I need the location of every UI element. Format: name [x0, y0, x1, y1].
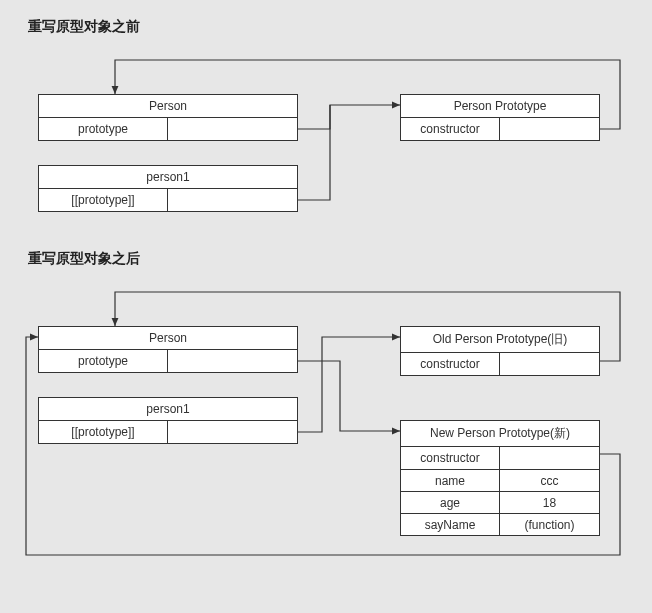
box-header: person1 — [39, 398, 297, 421]
section-after-title: 重写原型对象之后 — [28, 250, 140, 268]
box-row: sayName (function) — [401, 513, 599, 535]
box-row: age 18 — [401, 491, 599, 513]
after-person-box: Person prototype — [38, 326, 298, 373]
cell-key: name — [401, 470, 500, 491]
cell-key: prototype — [39, 118, 168, 140]
cell-key: constructor — [401, 447, 500, 469]
arrow-before-prototype — [298, 105, 400, 129]
box-row: prototype — [39, 118, 297, 140]
cell-value: 18 — [500, 492, 599, 513]
cell-value: ccc — [500, 470, 599, 491]
box-header: Old Person Prototype(旧) — [401, 327, 599, 353]
cell-key: [[prototype]] — [39, 189, 168, 211]
cell-value — [168, 350, 297, 372]
after-person1-box: person1 [[prototype]] — [38, 397, 298, 444]
arrow-after-prototype-new — [298, 361, 400, 431]
box-row: name ccc — [401, 469, 599, 491]
cell-value — [168, 189, 297, 211]
cell-value — [168, 118, 297, 140]
cell-key: age — [401, 492, 500, 513]
cell-key: [[prototype]] — [39, 421, 168, 443]
cell-key: constructor — [401, 353, 500, 375]
after-new-proto-box: New Person Prototype(新) constructor name… — [400, 420, 600, 536]
before-person1-box: person1 [[prototype]] — [38, 165, 298, 212]
box-row: prototype — [39, 350, 297, 372]
box-header: Person — [39, 95, 297, 118]
cell-value: (function) — [500, 514, 599, 535]
cell-key: constructor — [401, 118, 500, 140]
before-person-box: Person prototype — [38, 94, 298, 141]
box-row: [[prototype]] — [39, 421, 297, 443]
before-proto-box: Person Prototype constructor — [400, 94, 600, 141]
box-header: New Person Prototype(新) — [401, 421, 599, 447]
cell-key: prototype — [39, 350, 168, 372]
box-header: Person Prototype — [401, 95, 599, 118]
box-row: constructor — [401, 447, 599, 469]
after-old-proto-box: Old Person Prototype(旧) constructor — [400, 326, 600, 376]
cell-value — [500, 447, 599, 469]
cell-value — [500, 353, 599, 375]
cell-value — [168, 421, 297, 443]
cell-value — [500, 118, 599, 140]
box-header: person1 — [39, 166, 297, 189]
box-header: Person — [39, 327, 297, 350]
box-row: constructor — [401, 353, 599, 375]
arrow-before-proto-chain — [298, 105, 330, 200]
section-before-title: 重写原型对象之前 — [28, 18, 140, 36]
box-row: constructor — [401, 118, 599, 140]
arrow-after-proto-chain-old — [298, 337, 400, 432]
box-row: [[prototype]] — [39, 189, 297, 211]
cell-key: sayName — [401, 514, 500, 535]
